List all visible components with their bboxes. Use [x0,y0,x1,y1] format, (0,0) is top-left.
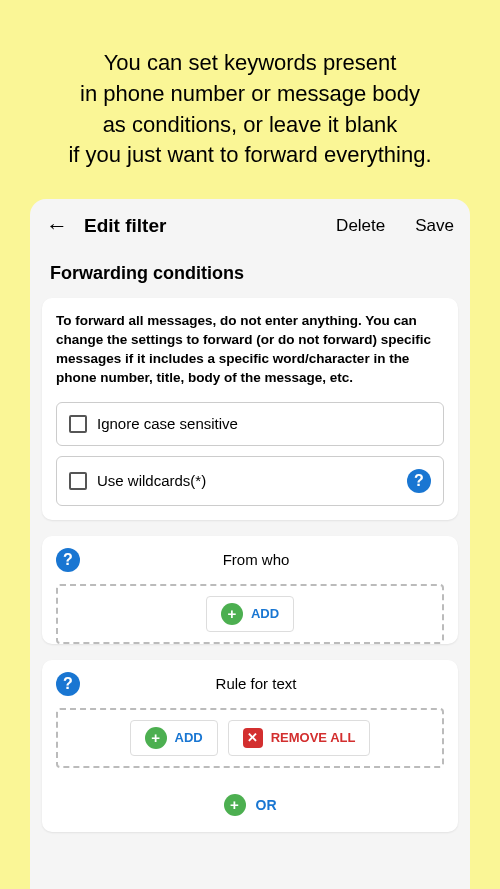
wildcards-row[interactable]: Use wildcards(*) ? [56,456,444,506]
save-button[interactable]: Save [415,216,454,236]
promo-line-3: as conditions, or leave it blank [28,110,472,141]
or-button[interactable]: + OR [42,782,458,832]
from-who-header: ? From who [42,536,458,584]
remove-all-label: REMOVE ALL [271,730,356,745]
plus-icon: + [145,727,167,749]
section-title: Forwarding conditions [30,253,470,298]
or-label: OR [256,797,277,813]
promo-line-4: if you just want to forward everything. [28,140,472,171]
from-who-title: From who [92,551,444,568]
ignore-case-checkbox[interactable] [69,415,87,433]
phone-frame: ← Edit filter Delete Save Forwarding con… [30,199,470,889]
help-icon[interactable]: ? [407,469,431,493]
promo-line-1: You can set keywords present [28,48,472,79]
help-icon[interactable]: ? [56,672,80,696]
from-who-card: ? From who + ADD [42,536,458,644]
plus-icon: + [221,603,243,625]
from-who-add-area: + ADD [56,584,444,644]
add-label: ADD [175,730,203,745]
wildcards-label: Use wildcards(*) [97,472,397,489]
page-title: Edit filter [84,215,306,237]
rule-for-text-card: ? Rule for text + ADD ✕ REMOVE ALL + OR [42,660,458,832]
promo-line-2: in phone number or message body [28,79,472,110]
help-icon[interactable]: ? [56,548,80,572]
remove-icon: ✕ [243,728,263,748]
promo-text: You can set keywords present in phone nu… [0,0,500,199]
add-text-rule-button[interactable]: + ADD [130,720,218,756]
rule-for-text-title: Rule for text [92,675,444,692]
ignore-case-label: Ignore case sensitive [97,415,431,432]
wildcards-checkbox[interactable] [69,472,87,490]
add-label: ADD [251,606,279,621]
conditions-card: To forward all messages, do not enter an… [42,298,458,520]
app-header: ← Edit filter Delete Save [30,199,470,253]
conditions-description: To forward all messages, do not enter an… [56,312,444,388]
remove-all-button[interactable]: ✕ REMOVE ALL [228,720,371,756]
plus-icon: + [224,794,246,816]
rule-for-text-header: ? Rule for text [42,660,458,708]
rule-for-text-buttons-area: + ADD ✕ REMOVE ALL [56,708,444,768]
delete-button[interactable]: Delete [336,216,385,236]
ignore-case-row[interactable]: Ignore case sensitive [56,402,444,446]
back-icon[interactable]: ← [46,213,68,239]
add-from-who-button[interactable]: + ADD [206,596,294,632]
